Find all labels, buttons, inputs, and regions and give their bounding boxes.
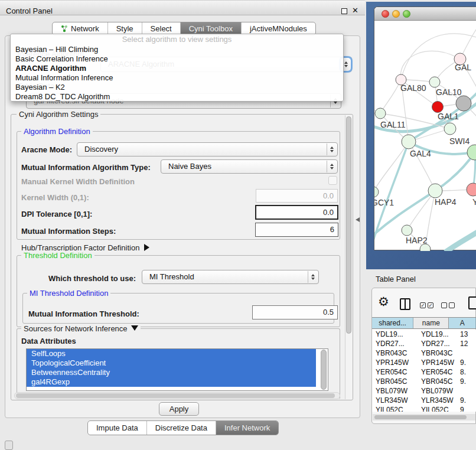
tab-cyni-toolbox[interactable]: Cyni Toolbox (180, 22, 241, 35)
table-cell: YBL079W (418, 386, 457, 396)
mi-steps-field[interactable]: 6 (255, 223, 338, 237)
column-header-name[interactable]: name (413, 318, 449, 328)
tab-network[interactable]: Network (53, 22, 107, 35)
table-cell: 9. (457, 396, 476, 405)
table-cell: YBL079W (372, 386, 418, 396)
gear-icon[interactable]: ⚙ (378, 296, 389, 308)
network-node-gal1-red[interactable] (432, 102, 444, 113)
table-row[interactable]: YBL079WYBL079W (372, 386, 476, 396)
table-cell: YBR043C (372, 348, 418, 358)
minimized-panel-icon[interactable] (5, 441, 13, 450)
close-traffic-light-icon[interactable] (382, 10, 389, 18)
apply-button[interactable]: Apply (159, 402, 199, 416)
network-node-gal10[interactable] (429, 77, 440, 87)
list-item-gal4rgexp[interactable]: gal4RGexp (27, 377, 316, 387)
tab-discretize-data[interactable]: Discretize Data (146, 421, 216, 435)
menu-item-dream8[interactable]: Dream8 DC_TDC Algorithm (11, 92, 343, 102)
zoom-traffic-light-icon[interactable] (403, 10, 410, 18)
table-row[interactable]: YER054CYER054C8. (372, 367, 476, 377)
manual-kernel-width-label: Manual Kernel Width Definition (21, 177, 135, 186)
network-view-window[interactable]: GALGAL80GAL10GAL1GAL11SWI4GAL4GCY1HAP4YH… (374, 6, 476, 250)
tab-impute-data[interactable]: Impute Data (88, 421, 146, 435)
tab-style[interactable]: Style (107, 22, 142, 35)
table-cell (457, 386, 476, 396)
threshold-definition-title: Threshold Definition (21, 251, 94, 260)
network-node-green-right[interactable] (467, 145, 476, 160)
network-node-gal4[interactable] (402, 135, 416, 149)
manual-kernel-width-checkbox[interactable] (328, 176, 337, 185)
which-threshold-label: Which threshold to use: (48, 274, 136, 283)
kernel-width-field[interactable]: 0.0 (256, 189, 338, 203)
network-node-hap4[interactable] (428, 184, 442, 198)
table-cell: 9 (457, 405, 476, 412)
table-row[interactable]: YDL19...YDL19...13 (372, 330, 476, 339)
combo-spinner-icon (308, 271, 318, 283)
table-cell: YPR145W (418, 358, 457, 367)
network-node-gray-hub[interactable] (456, 96, 471, 111)
menu-item-aracne[interactable]: ARACNE Algorithm (11, 64, 343, 73)
app-root: { "window": { "title": "Control Panel" }… (0, 0, 476, 450)
mi-threshold-label: Mutual Information Threshold: (28, 309, 139, 318)
dropdown-placeholder: Select algorithm to view settings (11, 34, 343, 45)
column-header-shared-name[interactable]: shared... (372, 318, 413, 328)
network-canvas[interactable]: GALGAL80GAL10GAL1GAL11SWI4GAL4GCY1HAP4YH… (374, 21, 476, 251)
table-row[interactable]: YBR045CYBR045C9. (372, 377, 476, 386)
menu-item-bayesian-hill-climbing[interactable]: Bayesian – Hill Climbing (11, 45, 343, 54)
network-node-label: HAP2 (406, 236, 428, 245)
network-node-label: GAL (455, 63, 471, 72)
kernel-width-label: Kernel Width (0,1): (21, 193, 89, 202)
network-node-label: GCY1 (374, 198, 394, 207)
table-row[interactable]: YIL052CYIL052C9 (372, 405, 476, 412)
which-threshold-combo[interactable]: MI Threshold (142, 270, 319, 284)
float-window-icon[interactable] (341, 8, 347, 14)
tab-select[interactable]: Select (142, 22, 180, 35)
table-row[interactable]: YBR043CYBR043C (372, 348, 476, 358)
algorithm-definition-title: Algorithm Definition (21, 127, 93, 136)
collapse-arrow-icon (131, 325, 138, 331)
control-panel-titlebar (0, 0, 365, 15)
table-cell: 8. (457, 367, 476, 377)
attributes-hscrollbar-thumb[interactable] (16, 393, 335, 398)
network-node-salmon-right[interactable] (467, 183, 476, 196)
menu-item-bayesian-k2[interactable]: Bayesian – K2 (11, 83, 343, 92)
import-table-icon[interactable] (468, 296, 476, 309)
deselect-all-checkboxes-icon[interactable] (441, 302, 455, 308)
network-node-hap2[interactable] (402, 225, 412, 236)
aracne-mode-combo[interactable]: Discovery (77, 142, 338, 156)
table-cell: YPR145W (372, 358, 418, 367)
minimize-traffic-light-icon[interactable] (392, 10, 400, 18)
mi-algorithm-type-label: Mutual Information Algorithm Type: (21, 163, 151, 172)
list-item-betweennesscentrality[interactable]: BetweennessCentrality (27, 368, 316, 377)
tab-jactivemnodules[interactable]: jActiveMNodules (241, 22, 315, 35)
table-cell (457, 348, 476, 358)
network-icon (61, 25, 68, 32)
tab-infer-network[interactable]: Infer Network (216, 421, 278, 435)
table-row[interactable]: YPR145WYPR145W9. (372, 358, 476, 367)
table-cell: YBR045C (372, 377, 418, 386)
expand-arrow-icon (144, 244, 149, 251)
mi-algorithm-type-combo[interactable]: Naive Bayes (161, 159, 338, 174)
list-item-selfloops[interactable]: SelfLoops (27, 349, 316, 358)
table-cell: YBR045C (418, 377, 457, 386)
network-node-gal11[interactable] (375, 108, 386, 119)
attributes-scrollbar-thumb[interactable] (321, 350, 327, 390)
data-attributes-list[interactable]: SelfLoops TopologicalCoefficient Between… (26, 348, 328, 391)
settings-scrollbar-thumb[interactable] (346, 116, 351, 334)
network-window-titlebar[interactable] (374, 7, 476, 21)
column-layout-icon[interactable] (400, 298, 410, 310)
select-all-checkboxes-icon[interactable]: ✓✓ (420, 302, 433, 308)
splitter-collapse-icon[interactable] (356, 217, 360, 222)
sources-group-title[interactable]: Sources for Network Inference (21, 324, 141, 333)
column-header-partial[interactable]: A (449, 318, 476, 328)
table-row[interactable]: YDR27...YDR27...12 (372, 339, 476, 348)
network-node-gal1[interactable] (444, 123, 456, 135)
menu-item-basic-correlation[interactable]: Basic Correlation Inference (11, 54, 343, 64)
list-item-topologicalcoefficient[interactable]: TopologicalCoefficient (27, 358, 316, 368)
close-icon[interactable]: ✕ (352, 6, 358, 15)
table-row[interactable]: YLR345WYLR345W9. (372, 396, 476, 405)
mi-threshold-field[interactable]: 0.5 (252, 305, 338, 319)
menu-item-mutual-information[interactable]: Mutual Information Inference (11, 73, 343, 83)
dpi-tolerance-field[interactable]: 0.0 (255, 205, 338, 220)
network-node-gcy1[interactable] (374, 187, 379, 197)
table-hscrollbar-thumb[interactable] (374, 415, 467, 419)
